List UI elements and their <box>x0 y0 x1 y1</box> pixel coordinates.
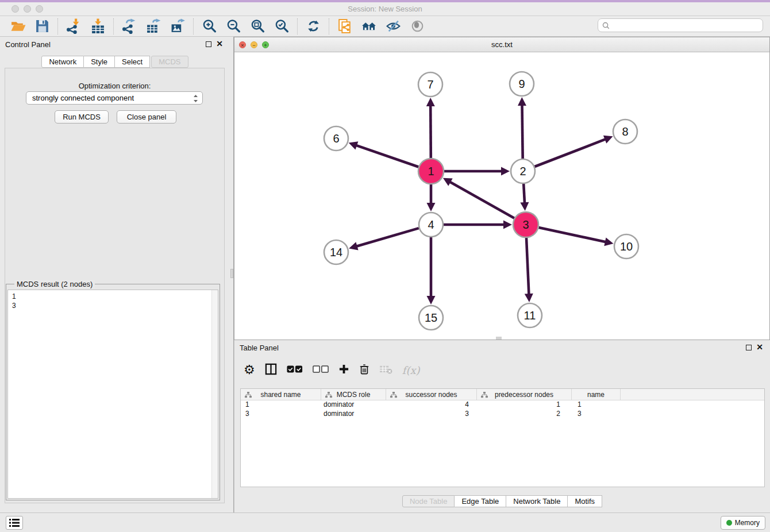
graph-node-7[interactable]: 7 <box>418 72 442 97</box>
toolbar-separator <box>297 18 298 34</box>
export-network-button[interactable] <box>117 17 141 36</box>
graph-node-4[interactable]: 4 <box>419 213 443 237</box>
delete-button[interactable] <box>359 361 369 379</box>
horizontal-split-grabber[interactable] <box>496 337 502 340</box>
divider-grabber[interactable] <box>230 269 233 278</box>
network-canvas[interactable]: 1234678910111415 <box>234 52 769 340</box>
hide-selected-button[interactable] <box>381 17 405 36</box>
edge-2-8[interactable] <box>535 136 613 167</box>
table-panel-title: Table Panel <box>240 344 279 352</box>
column-header-MCDS-role[interactable]: MCDS role <box>321 389 386 400</box>
graph-node-1[interactable]: 1 <box>418 159 444 184</box>
memory-button[interactable]: Memory <box>721 516 765 530</box>
graph-node-9[interactable]: 9 <box>510 72 534 96</box>
task-history-button[interactable] <box>6 516 23 530</box>
edge-1-6[interactable] <box>349 141 419 167</box>
tab-motifs[interactable]: Motifs <box>568 495 602 507</box>
zoom-selected-button[interactable] <box>270 17 294 36</box>
graph-node-11[interactable]: 11 <box>518 303 542 327</box>
tab-select[interactable]: Select <box>115 56 150 68</box>
save-button[interactable] <box>30 17 54 36</box>
edge-1-7[interactable] <box>426 98 435 158</box>
table-cell[interactable]: 3 <box>572 410 621 419</box>
float-table-panel-icon[interactable] <box>746 345 752 350</box>
graph-node-14[interactable]: 14 <box>324 240 348 264</box>
refresh-button[interactable] <box>301 17 325 36</box>
edge-3-1[interactable] <box>443 178 514 218</box>
table-row[interactable]: 3dominator323 <box>241 410 764 419</box>
select-all-button[interactable] <box>287 361 303 379</box>
tab-mcds[interactable]: MCDS <box>151 56 188 68</box>
table-cell[interactable]: 1 <box>572 400 621 410</box>
delete-table-button[interactable] <box>379 361 392 379</box>
table-cell[interactable]: 2 <box>477 410 572 419</box>
graph-node-3[interactable]: 3 <box>513 212 538 237</box>
table-cell[interactable]: dominator <box>321 410 386 419</box>
panel-split-divider[interactable] <box>230 37 234 512</box>
export-table-button[interactable] <box>141 17 165 36</box>
open-folder-button[interactable] <box>6 17 30 36</box>
export-image-button[interactable] <box>165 17 190 36</box>
mcds-result-textarea[interactable]: 13 <box>7 290 218 499</box>
table-cell[interactable]: 1 <box>477 400 572 410</box>
edge-4-3[interactable] <box>444 221 512 229</box>
tab-node-table[interactable]: Node Table <box>402 495 455 507</box>
toolbar-separator <box>57 18 58 34</box>
edge-1-2[interactable] <box>444 167 510 176</box>
graph-node-15[interactable]: 15 <box>419 306 443 330</box>
result-scrollbar[interactable] <box>211 290 218 498</box>
float-panel-icon[interactable] <box>206 41 211 47</box>
columns-button[interactable] <box>265 361 277 379</box>
deselect-all-button[interactable] <box>313 361 329 379</box>
settings-button[interactable]: ⚙ <box>244 361 255 379</box>
close-table-panel-icon[interactable]: ✕ <box>756 342 763 352</box>
column-header-predecessor-nodes[interactable]: predecessor nodes <box>477 389 572 400</box>
column-header-successor-nodes[interactable]: successor nodes <box>386 389 477 400</box>
edge-2-9[interactable] <box>518 97 526 159</box>
import-table-icon <box>90 18 106 34</box>
table-cell[interactable]: 3 <box>386 410 477 419</box>
zoom-fit-button[interactable] <box>245 17 270 36</box>
table-row[interactable]: 1dominator411 <box>241 400 764 410</box>
first-neighbors-button[interactable] <box>357 17 381 36</box>
edge-4-15[interactable] <box>427 237 436 304</box>
search-input[interactable] <box>613 21 759 29</box>
tab-style[interactable]: Style <box>84 56 115 68</box>
show-all-button[interactable] <box>405 17 429 36</box>
table-cell[interactable]: dominator <box>321 400 386 410</box>
edge-1-4[interactable] <box>427 184 436 211</box>
close-panel-icon[interactable]: ✕ <box>216 39 223 48</box>
node-label: 10 <box>620 240 633 253</box>
column-header-shared-name[interactable]: shared name <box>241 389 321 400</box>
graph-node-2[interactable]: 2 <box>511 159 535 183</box>
node-label: 4 <box>428 218 434 231</box>
column-label: shared name <box>260 391 301 399</box>
graph-node-6[interactable]: 6 <box>324 126 348 151</box>
network-window-titlebar[interactable]: × − + scc.txt <box>234 37 769 52</box>
zoom-out-button[interactable] <box>221 17 245 36</box>
edge-2-3[interactable] <box>520 184 529 211</box>
export-table-icon <box>146 18 161 34</box>
graph-node-10[interactable]: 10 <box>614 234 638 259</box>
search-box[interactable] <box>598 18 763 32</box>
table-cell[interactable]: 3 <box>241 410 321 419</box>
tab-edge-table[interactable]: Edge Table <box>455 495 506 507</box>
import-table-button[interactable] <box>86 17 110 36</box>
criterion-select[interactable]: strongly connected component <box>26 91 203 105</box>
graph-node-8[interactable]: 8 <box>613 119 637 144</box>
close-panel-button[interactable]: Close panel <box>117 110 176 124</box>
run-mcds-button[interactable]: Run MCDS <box>55 110 109 124</box>
edge-3-11[interactable] <box>525 238 533 302</box>
fx-button[interactable]: f(x) <box>402 361 420 379</box>
table-cell[interactable]: 1 <box>241 400 321 410</box>
edge-3-10[interactable] <box>539 228 614 246</box>
edge-4-14[interactable] <box>349 228 419 250</box>
zoom-in-button[interactable] <box>197 17 221 36</box>
network-from-selection-button[interactable] <box>333 17 357 36</box>
column-header-name[interactable]: name <box>572 389 621 400</box>
add-button[interactable] <box>338 361 349 379</box>
table-cell[interactable]: 4 <box>386 400 477 410</box>
tab-network[interactable]: Network <box>41 56 84 68</box>
tab-network-table[interactable]: Network Table <box>506 495 568 507</box>
import-network-button[interactable] <box>61 17 86 36</box>
